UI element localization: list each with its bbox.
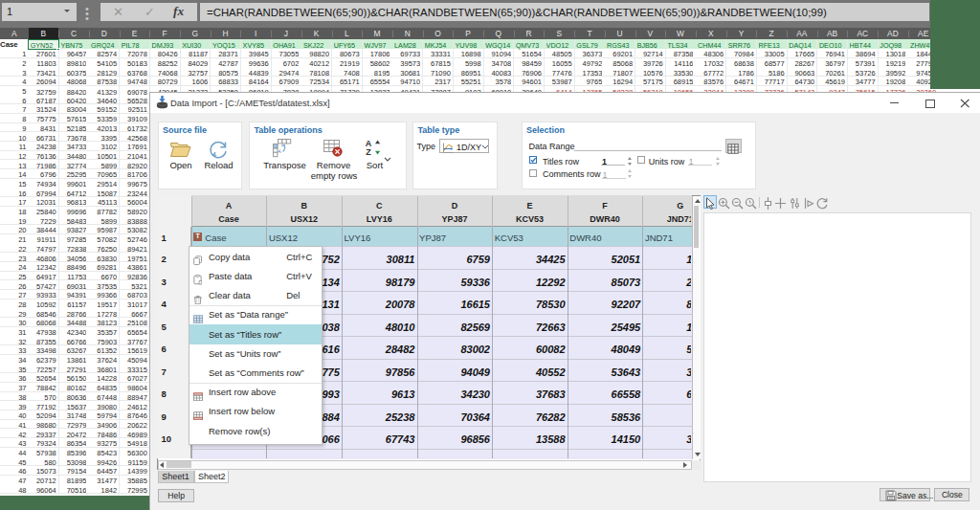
svg-text:A: A bbox=[366, 139, 372, 148]
svg-text:Z: Z bbox=[366, 147, 371, 157]
